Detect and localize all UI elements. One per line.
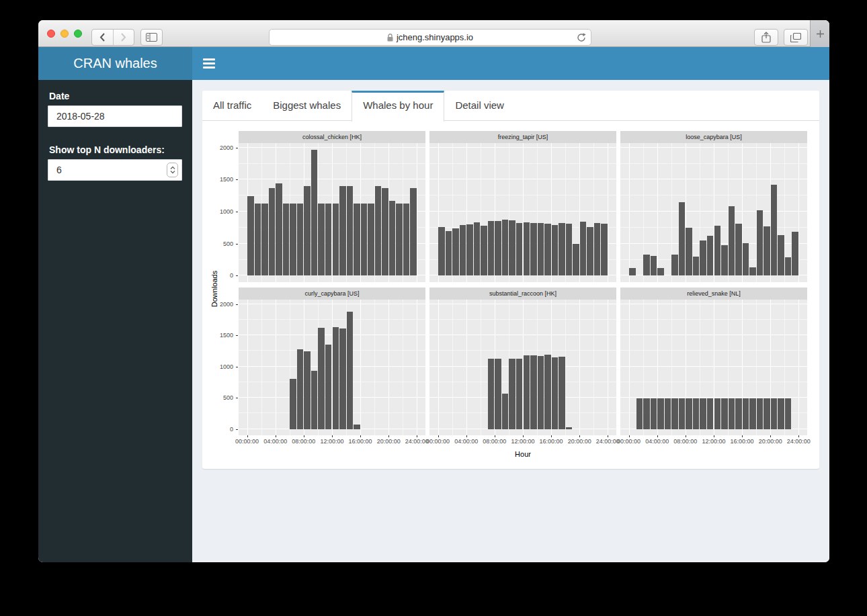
- hamburger-menu-icon[interactable]: [203, 58, 215, 69]
- x-tick-mark: [523, 435, 524, 437]
- bar: [636, 398, 643, 429]
- chevron-right-icon: [120, 33, 126, 42]
- browser-window: jcheng.shinyapps.io: [38, 20, 829, 562]
- bar: [283, 204, 289, 276]
- bar: [763, 226, 770, 276]
- bar: [757, 210, 763, 275]
- x-tick-label: 04:00:00: [260, 438, 291, 445]
- bar: [566, 427, 572, 429]
- facet-panel: [620, 300, 807, 435]
- zoom-window-button[interactable]: [74, 30, 82, 38]
- bar: [778, 398, 784, 429]
- y-tick-label: 1000: [212, 363, 233, 370]
- forward-button[interactable]: [114, 30, 134, 45]
- facet-label: loose_capybara [US]: [686, 134, 742, 140]
- bar: [573, 244, 579, 276]
- facet-label: substantial_raccoon [HK]: [489, 290, 556, 297]
- bar: [311, 150, 317, 276]
- bar: [474, 222, 480, 275]
- x-tick-mark: [304, 435, 304, 437]
- bar: [785, 398, 791, 429]
- reload-button[interactable]: [577, 32, 586, 46]
- bar: [460, 225, 466, 275]
- sidebar-toggle-button[interactable]: [140, 29, 163, 46]
- bar: [255, 204, 261, 276]
- stepper-down-icon: [170, 170, 175, 174]
- bar: [502, 220, 508, 275]
- app-logo: CRAN whales: [38, 47, 192, 80]
- x-tick-mark: [629, 435, 630, 437]
- address-bar[interactable]: jcheng.shinyapps.io: [269, 29, 591, 46]
- x-tick-mark: [686, 435, 686, 437]
- facet-label: colossal_chicken [HK]: [302, 134, 362, 140]
- bar: [651, 398, 657, 429]
- bar: [671, 398, 677, 429]
- x-tick-label: 20:00:00: [373, 438, 404, 445]
- gridline-x-major: [629, 143, 630, 282]
- gridline-x-major: [657, 143, 658, 282]
- tab-detail-view[interactable]: Detail view: [444, 91, 515, 121]
- bar: [707, 236, 713, 275]
- number-stepper[interactable]: [167, 163, 178, 177]
- bar: [354, 204, 360, 276]
- bar: [318, 328, 324, 429]
- gridline-x-major: [798, 143, 799, 282]
- gridline-x-major: [608, 300, 608, 435]
- share-button[interactable]: [754, 29, 778, 46]
- bar: [679, 398, 685, 429]
- date-label: Date: [49, 91, 181, 101]
- bar: [290, 204, 296, 276]
- bar: [643, 398, 649, 429]
- tabs-overview-button[interactable]: [784, 29, 808, 46]
- y-tick-label: 2000: [212, 144, 233, 151]
- facet-label: relieved_snake [NL]: [687, 290, 741, 297]
- bar: [297, 204, 303, 276]
- x-tick-label: 08:00:00: [479, 438, 510, 445]
- minimize-window-button[interactable]: [60, 30, 69, 38]
- facet-label: freezing_tapir [US]: [498, 134, 548, 140]
- gridline-x-minor: [374, 300, 375, 435]
- bar: [396, 204, 402, 276]
- gridline-x-minor: [593, 300, 594, 435]
- gridline-x-major: [798, 300, 799, 435]
- bar: [651, 256, 657, 276]
- tab-biggest-whales[interactable]: Biggest whales: [262, 91, 352, 121]
- facet-strip: substantial_raccoon [HK]: [429, 288, 616, 300]
- bar: [721, 398, 727, 429]
- bar: [446, 231, 452, 276]
- tab-whales-by-hour[interactable]: Whales by hour: [352, 91, 444, 122]
- y-tick-label: 1500: [212, 332, 233, 339]
- y-tick-mark: [236, 429, 238, 430]
- bar: [665, 398, 671, 429]
- bar: [552, 357, 558, 429]
- bar: [276, 183, 282, 275]
- back-button[interactable]: [92, 30, 114, 45]
- bar: [495, 359, 501, 429]
- date-input[interactable]: [48, 105, 182, 127]
- bar: [749, 267, 755, 276]
- bar: [700, 240, 706, 275]
- close-window-button[interactable]: [47, 30, 55, 38]
- top-n-input[interactable]: [48, 159, 182, 181]
- new-tab-button[interactable]: [810, 20, 829, 47]
- bar: [410, 188, 416, 276]
- x-tick-mark: [657, 435, 658, 437]
- x-tick-label: 12:00:00: [698, 438, 729, 445]
- facet-strip: loose_capybara [US]: [620, 131, 807, 143]
- facet-panel: [239, 143, 425, 282]
- bar: [382, 188, 388, 276]
- y-tick-mark: [236, 244, 238, 245]
- bar: [538, 223, 544, 275]
- bar: [403, 204, 409, 276]
- bar: [339, 328, 345, 429]
- y-tick-mark: [236, 179, 238, 180]
- x-tick-label: 00:00:00: [423, 438, 454, 445]
- facet-strip: freezing_tapir [US]: [429, 131, 616, 143]
- bar: [311, 371, 317, 429]
- x-tick-mark: [579, 435, 580, 437]
- tab-all-traffic[interactable]: All traffic: [202, 91, 262, 121]
- facet-panel: [239, 300, 425, 435]
- bar: [481, 226, 487, 275]
- bar: [771, 185, 777, 275]
- x-tick-label: 16:00:00: [536, 438, 567, 445]
